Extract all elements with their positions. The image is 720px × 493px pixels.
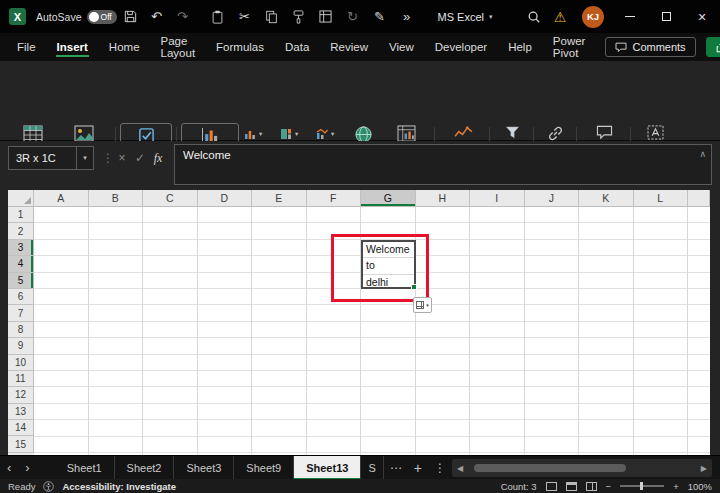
horizontal-scrollbar[interactable]: ◀ ▶ [452,459,712,477]
column-header[interactable]: K [579,190,634,207]
scroll-right-button[interactable]: ▶ [696,464,712,473]
select-all-button[interactable] [8,190,34,207]
close-button[interactable]: × [684,0,720,33]
excel-logo-icon[interactable]: X [9,8,26,25]
undo-button[interactable]: ↶ [145,5,169,29]
tab-help[interactable]: Help [507,37,533,57]
tab-data[interactable]: Data [284,37,310,57]
row-header[interactable]: 9 [8,338,34,354]
formula-input[interactable]: Welcome ∧ [174,144,712,185]
row-header[interactable]: 1 [8,207,34,223]
tab-developer[interactable]: Developer [434,37,488,57]
comments-button[interactable]: Comments [605,37,695,57]
row-header[interactable]: 8 [8,322,34,338]
row-header[interactable]: 6 [8,289,34,305]
tab-power-pivot[interactable]: Power Pivot [552,31,587,63]
column-header[interactable]: D [198,190,253,207]
tab-review[interactable]: Review [329,37,369,57]
sheet-tab[interactable]: Sheet3 [174,456,234,480]
new-sheet-button[interactable]: + [408,460,428,476]
scroll-left-button[interactable]: ◀ [452,464,468,473]
row-header-selected[interactable]: 4 [8,256,34,272]
row-header[interactable]: 14 [8,420,34,436]
insert-combo-chart-button[interactable]: ▾ [316,128,334,140]
copy-button[interactable] [263,5,281,29]
tab-page-layout[interactable]: Page Layout [160,31,197,63]
column-header[interactable]: I [470,190,525,207]
row-header[interactable]: 11 [8,371,34,387]
alerts-button[interactable]: ⚠ [548,5,572,29]
scrollbar-track[interactable] [468,459,696,477]
titlebar-right: ⚠ KJ × [520,0,720,33]
column-header[interactable]: C [143,190,198,207]
normal-view-button[interactable] [546,482,557,491]
enter-entry-button[interactable]: ✓ [131,148,149,168]
zoom-level[interactable]: 100% [688,481,712,492]
column-header[interactable]: H [416,190,471,207]
name-box[interactable]: 3R x 1C ▾ [8,146,94,170]
column-header[interactable]: A [34,190,89,207]
pivot-table-button[interactable] [317,5,335,29]
row-header[interactable]: 13 [8,404,34,420]
tab-file[interactable]: File [16,37,37,57]
autosave-toggle[interactable]: AutoSave Off [36,10,117,24]
autofill-options-button[interactable]: ▾ [413,297,432,313]
sheet-tab[interactable]: Sheet9 [234,456,294,480]
sheet-tab[interactable]: Sheet2 [115,456,175,480]
tab-view[interactable]: View [388,37,415,57]
row-header[interactable]: 15 [8,436,34,452]
previous-sheet-button[interactable]: ‹ [0,460,18,475]
account-avatar[interactable]: KJ [582,6,604,28]
insert-function-button[interactable]: fx [149,148,167,168]
cut-button[interactable]: ✂ [236,5,254,29]
page-layout-view-button[interactable] [566,482,577,491]
cancel-entry-button[interactable]: × [113,148,131,168]
scrollbar-thumb[interactable] [474,464,626,472]
insert-hierarchy-chart-button[interactable]: ▾ [280,128,298,140]
formula-bar-collapse-button[interactable]: ∧ [699,149,706,159]
column-header[interactable]: J [525,190,580,207]
accessibility-status[interactable]: Accessibility: Investigate [62,481,176,492]
share-button[interactable]: Share ▾ [706,37,720,57]
redo-icon: ↷ [177,9,188,24]
column-header[interactable]: F [307,190,362,207]
format-painter-button[interactable] [290,5,308,29]
title-bar: X AutoSave Off ↶ ↷ ✂ ↻ ✎ » MS Excel ▾ ⚠ [0,0,720,33]
sheet-tab[interactable]: Sheet1 [55,456,115,480]
row-header-selected[interactable]: 3 [8,240,34,256]
paste-button[interactable] [209,5,227,29]
column-header[interactable]: B [89,190,144,207]
zoom-slider[interactable] [620,485,664,487]
zoom-slider-knob[interactable] [640,482,643,490]
row-header[interactable]: 12 [8,387,34,403]
column-header-selected[interactable]: G [361,190,416,207]
column-header[interactable]: L [634,190,689,207]
draw-button[interactable]: ✎ [371,5,389,29]
sheet-tab-active[interactable]: Sheet13 [294,456,361,480]
sync-button[interactable]: ↻ [344,5,362,29]
redo-button[interactable]: ↷ [171,5,195,29]
zoom-out-button[interactable]: − [606,481,612,492]
maximize-button[interactable] [648,0,684,33]
sheet-tab[interactable]: S [361,456,383,480]
search-button[interactable] [522,5,546,29]
row-header[interactable]: 2 [8,223,34,239]
page-break-view-button[interactable] [586,482,597,491]
row-header[interactable]: 7 [8,305,34,321]
zoom-in-button[interactable]: + [673,481,679,492]
column-header[interactable] [688,190,710,207]
column-header[interactable]: E [252,190,307,207]
next-sheet-button[interactable]: › [18,460,36,475]
minimize-button[interactable] [612,0,648,33]
row-header[interactable]: 10 [8,355,34,371]
save-button[interactable] [119,5,143,29]
row-header-selected[interactable]: 5 [8,273,34,289]
tab-insert[interactable]: Insert [56,37,89,57]
more-sheets-button[interactable]: ⋯ [384,461,408,475]
tab-home[interactable]: Home [108,37,141,57]
app-menu-dropdown[interactable]: MS Excel ▾ [438,11,493,23]
tab-formulas[interactable]: Formulas [215,37,265,57]
insert-column-chart-button[interactable]: ▾ [244,128,262,140]
qat-overflow-button[interactable]: » [398,5,416,29]
sheet-options-button[interactable]: ⋮ [428,461,452,475]
